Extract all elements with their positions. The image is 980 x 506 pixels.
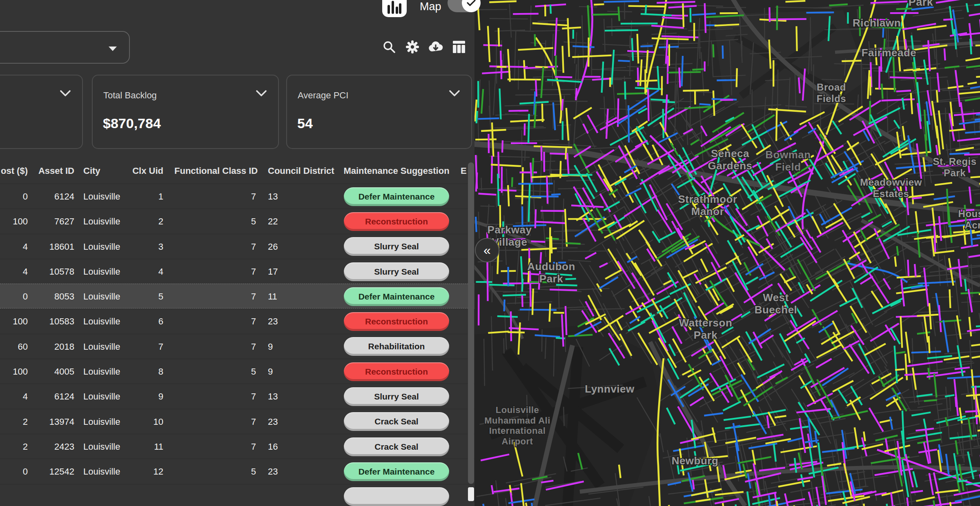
map-toggle[interactable] [448,0,479,12]
column-header-suggestion[interactable]: Maintenance Suggestion [343,158,450,184]
table-row[interactable]: 06124Louisville1713Defer Maintenance [0,184,474,209]
search-button[interactable] [380,37,399,57]
cell-clx_uid: 7 [131,334,163,359]
suggestion-badge: Rehabilitation [344,337,449,356]
cell-clx_uid: 10 [131,409,163,434]
cell-clx_uid: 4 [131,259,163,284]
cell-city [83,484,134,506]
cell-suggestion: Defer Maintenance [343,459,450,484]
chevron-down-icon[interactable] [60,90,71,97]
kpi-card-average-pci: Average PCI 54 [286,75,472,149]
map-place-label: SenecaGardens [708,147,753,172]
table-row[interactable]: 1004005Louisville859Reconstruction [0,359,474,384]
cell-cost: 2 [0,434,28,459]
cell-council_district: 16 [268,434,337,459]
data-panel: Map [0,0,474,506]
cell-city: Louisville [83,459,134,484]
suggestion-badge: Slurry Seal [344,387,449,406]
table-row[interactable]: 22423Louisville11716Crack Seal [0,434,474,459]
cell-suggestion: Rehabilitation [343,334,450,359]
cell-asset_id: 10578 [37,259,74,284]
column-header-city[interactable]: City [83,158,134,184]
table-row[interactable]: 012542Louisville12523Defer Maintenance [0,459,474,484]
cell-asset_id: 8053 [37,284,74,309]
columns-button[interactable] [450,37,468,57]
cell-functional_class_id: 7 [174,309,256,334]
cell-cost: 100 [0,209,28,234]
table-row[interactable]: 213974Louisville10723Crack Seal [0,409,474,434]
cell-asset_id: 10583 [37,309,74,334]
cell-suggestion: Crack Seal [343,409,450,434]
chart-view-button[interactable] [382,0,407,17]
suggestion-badge: Slurry Seal [344,262,449,281]
check-icon [467,0,476,7]
cell-functional_class_id: 5 [174,459,256,484]
cell-cost: 4 [0,259,28,284]
table-row[interactable]: 1007627Louisville2522Reconstruction [0,209,474,233]
settings-button[interactable] [403,37,422,57]
table-header: ost ($)Asset IDCityClx UidFunctional Cla… [0,158,474,184]
caret-down-icon [108,46,118,51]
suggestion-badge: Defer Maintenance [344,462,449,481]
cell-clx_uid: 9 [131,384,163,409]
table-row[interactable]: 602018Louisville779Rehabilitation [0,334,474,359]
table-scrollbar-thumb[interactable] [468,487,474,501]
chevron-down-icon[interactable] [256,90,267,97]
cell-suggestion: Defer Maintenance [343,184,450,209]
map-place-label: Newburg [672,455,719,467]
cell-cost: 60 [0,334,28,359]
cell-council_district: 26 [268,234,337,259]
table-row[interactable]: 418601Louisville3726Slurry Seal [0,234,474,259]
collapse-panel-button[interactable]: « [475,238,499,262]
cell-cost: 4 [0,384,28,409]
table-row[interactable]: 10010583Louisville6723Reconstruction [0,308,474,333]
map-panel[interactable]: ParkRichlawnFairmeadeBroadFieldsSt. Regi… [474,0,980,506]
cell-clx_uid: 2 [131,209,163,234]
search-icon [383,40,396,53]
cell-city: Louisville [83,384,134,409]
suggestion-badge: Reconstruction [344,212,449,231]
cell-council_district: 23 [268,459,337,484]
suggestion-badge: Defer Maintenance [344,287,449,306]
layer-select[interactable] [0,31,130,64]
cell-functional_class_id: 5 [174,359,256,384]
map-toggle-label: Map [420,0,441,13]
table-scrollbar-track[interactable] [468,162,474,484]
cell-council_district: 9 [268,334,337,359]
toolbar [380,37,474,58]
table-row[interactable]: 410578Louisville4717Slurry Seal [0,259,474,284]
column-header-cost[interactable]: ost ($) [0,158,28,184]
cell-functional_class_id: 7 [174,409,256,434]
table-row[interactable]: 08053Louisville5711Defer Maintenance [0,284,474,308]
suggestion-badge: Reconstruction [344,362,449,381]
table-row[interactable] [0,484,474,506]
cell-suggestion: Crack Seal [343,434,450,459]
cell-functional_class_id: 7 [174,434,256,459]
cell-functional_class_id: 7 [174,234,256,259]
cell-council_district: 22 [268,209,337,234]
table-row[interactable]: 46124Louisville9713Slurry Seal [0,384,474,408]
export-button[interactable] [426,37,445,57]
column-header-asset_id[interactable]: Asset ID [37,158,74,184]
kpi-label: Total Backlog [103,90,157,101]
column-header-clx_uid[interactable]: Clx Uid [131,158,163,184]
cell-asset_id: 2423 [37,434,74,459]
cell-council_district: 13 [268,384,337,409]
column-header-council_district[interactable]: Council District [268,158,337,184]
cell-clx_uid: 1 [131,184,163,209]
cell-city: Louisville [83,259,134,284]
cell-asset_id: 13974 [37,409,74,434]
cell-functional_class_id [174,484,256,506]
cell-city: Louisville [83,234,134,259]
cell-council_district: 13 [268,184,337,209]
map-canvas[interactable]: ParkRichlawnFairmeadeBroadFieldsSt. Regi… [474,0,980,506]
cell-asset_id: 6124 [37,384,74,409]
table-body: 06124Louisville1713Defer Maintenance1007… [0,184,474,506]
cell-cost: 0 [0,284,28,309]
cell-cost: 2 [0,409,28,434]
chevron-down-icon[interactable] [449,90,460,97]
cell-functional_class_id: 7 [174,259,256,284]
cell-suggestion: Slurry Seal [343,234,450,259]
column-header-functional_class_id[interactable]: Functional Class ID [174,158,256,184]
cell-asset_id [37,484,74,506]
